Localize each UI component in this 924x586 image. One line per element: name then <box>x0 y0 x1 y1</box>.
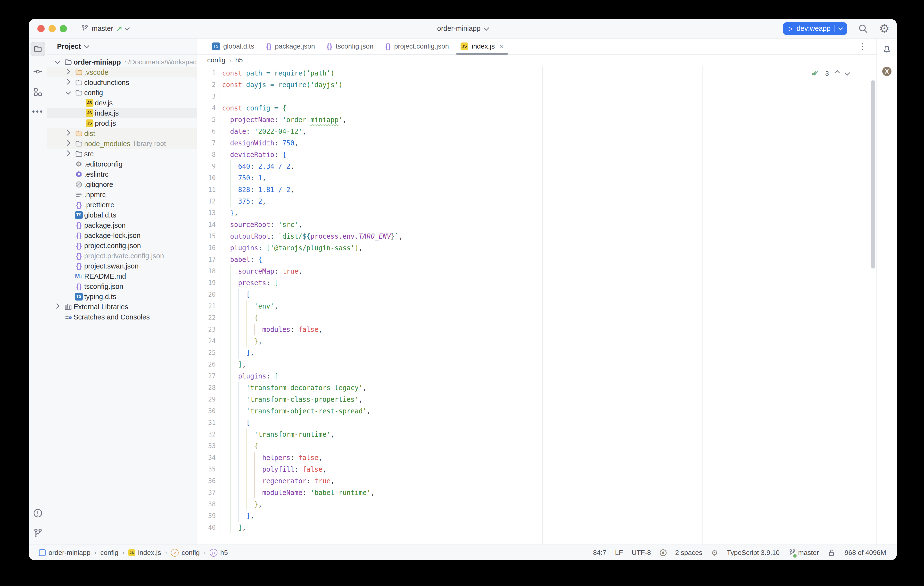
line-number[interactable]: 18 <box>197 265 220 277</box>
line-number[interactable]: 27 <box>197 370 220 382</box>
line-number[interactable]: 10 <box>197 172 220 184</box>
tree-expander[interactable] <box>63 81 74 84</box>
status-breadcrumb-config[interactable]: config <box>100 549 119 557</box>
close-window-button[interactable] <box>37 25 45 32</box>
code-line-24[interactable]: 24 }, <box>197 335 876 347</box>
editor-tab-package.json[interactable]: {}package.json <box>260 39 321 54</box>
tree-item-global.d.ts[interactable]: TSglobal.d.ts <box>47 210 196 220</box>
window-title[interactable]: order-miniapp <box>437 25 488 33</box>
commit-tool-button[interactable] <box>33 66 43 77</box>
code-line-18[interactable]: 18 sourceMap: true, <box>197 265 876 277</box>
tree-item-project.config.json[interactable]: {}project.config.json <box>47 240 196 251</box>
line-number[interactable]: 16 <box>197 242 220 254</box>
code-line-7[interactable]: 7 designWidth: 750, <box>197 137 876 149</box>
line-number[interactable]: 8 <box>197 149 220 161</box>
code-line-25[interactable]: 25 ], <box>197 347 876 359</box>
code-line-22[interactable]: 22 { <box>197 312 876 324</box>
highlighting-level-icon[interactable] <box>660 550 667 556</box>
line-number[interactable]: 39 <box>197 510 220 521</box>
code-line-36[interactable]: 36 regenerator: true, <box>197 475 876 487</box>
tree-item-project.swan.json[interactable]: {}project.swan.json <box>47 261 196 271</box>
code-line-31[interactable]: 31 [ <box>197 417 876 429</box>
tree-item-typing.d.ts[interactable]: TStyping.d.ts <box>47 291 196 302</box>
code-line-29[interactable]: 29 'transform-class-properties', <box>197 394 876 405</box>
tree-item-.vscode[interactable]: .vscode <box>47 67 196 78</box>
code-line-27[interactable]: 27 plugins: [ <box>197 370 876 382</box>
line-number[interactable]: 2 <box>197 79 220 91</box>
next-problem-button[interactable] <box>845 70 850 76</box>
code-line-28[interactable]: 28 'transform-decorators-legacy', <box>197 382 876 394</box>
line-number[interactable]: 31 <box>197 417 220 429</box>
unlocked-icon[interactable] <box>828 549 836 557</box>
tree-item-Scratches and Consoles[interactable]: Scratches and Consoles <box>47 312 196 322</box>
tree-item-.editorconfig[interactable]: ⚙.editorconfig <box>47 159 196 169</box>
project-tool-button[interactable] <box>31 42 45 56</box>
tree-expander[interactable] <box>63 153 74 155</box>
code-line-39[interactable]: 39 ], <box>197 510 876 521</box>
tree-expander[interactable] <box>63 91 74 94</box>
plugin-x-button[interactable]: X <box>882 67 891 76</box>
code-line-26[interactable]: 26 ], <box>197 359 876 370</box>
search-icon[interactable] <box>858 23 868 34</box>
editor-tab-index.js[interactable]: JSindex.js× <box>455 39 509 54</box>
code-line-3[interactable]: 3 <box>197 91 876 102</box>
code-line-11[interactable]: 11 828: 1.81 / 2, <box>197 184 876 195</box>
editor-tab-project.config.json[interactable]: {}project.config.json <box>379 39 455 54</box>
line-number[interactable]: 19 <box>197 277 220 289</box>
status-breadcrumb-h5[interactable]: ph5 <box>210 549 228 557</box>
line-number[interactable]: 9 <box>197 161 220 172</box>
close-tab-icon[interactable]: × <box>499 42 503 50</box>
structure-tool-button[interactable] <box>33 87 43 97</box>
line-number[interactable]: 14 <box>197 219 220 230</box>
line-number[interactable]: 13 <box>197 207 220 219</box>
tree-item-index.js[interactable]: JSindex.js <box>47 108 196 118</box>
tree-item-cloudfunctions[interactable]: cloudfunctions <box>47 78 196 88</box>
line-number[interactable]: 25 <box>197 347 220 359</box>
status-breadcrumb-index.js[interactable]: JSindex.js <box>129 549 161 557</box>
tree-item-README.md[interactable]: M↓README.md <box>47 271 196 281</box>
line-number[interactable]: 6 <box>197 126 220 137</box>
code-line-23[interactable]: 23 modules: false, <box>197 324 876 335</box>
tree-item-tsconfig.json[interactable]: {}tsconfig.json <box>47 281 196 291</box>
tree-expander[interactable] <box>63 142 74 145</box>
line-number[interactable]: 12 <box>197 195 220 207</box>
line-number[interactable]: 20 <box>197 289 220 300</box>
line-number[interactable]: 40 <box>197 521 220 533</box>
code-line-37[interactable]: 37 moduleName: 'babel-runtime', <box>197 487 876 498</box>
tree-item-package.json[interactable]: {}package.json <box>47 220 196 230</box>
line-number[interactable]: 32 <box>197 429 220 440</box>
run-configuration-button[interactable]: ▷ dev:weapp <box>783 22 847 35</box>
status-item-LF[interactable]: LF <box>615 549 623 557</box>
status-item-TypeScript-3.9.10[interactable]: TypeScript 3.9.10 <box>727 549 780 557</box>
git-tool-button[interactable] <box>33 528 43 538</box>
code-line-1[interactable]: 1const path = require('path') <box>197 67 876 79</box>
status-item-2-spaces[interactable]: 2 spaces <box>675 549 703 557</box>
git-branch-widget[interactable]: master ↗ <box>81 24 129 33</box>
project-panel-header[interactable]: Project <box>47 39 196 55</box>
tree-item-.gitignore[interactable]: .gitignore <box>47 179 196 190</box>
line-number[interactable]: 28 <box>197 382 220 394</box>
code-line-34[interactable]: 34 helpers: false, <box>197 452 876 464</box>
code-line-38[interactable]: 38 }, <box>197 498 876 510</box>
line-number[interactable]: 21 <box>197 300 220 312</box>
line-number[interactable]: 30 <box>197 405 220 417</box>
minimize-window-button[interactable] <box>48 25 56 32</box>
line-number[interactable]: 15 <box>197 230 220 242</box>
maximize-window-button[interactable] <box>60 25 67 32</box>
line-number[interactable]: 23 <box>197 324 220 335</box>
line-number[interactable]: 36 <box>197 475 220 487</box>
line-number[interactable]: 24 <box>197 335 220 347</box>
settings-gear-icon[interactable]: ⚙ <box>879 23 889 35</box>
line-number[interactable]: 5 <box>197 114 220 126</box>
code-line-14[interactable]: 14 sourceRoot: 'src', <box>197 219 876 230</box>
editor-breadcrumb-h5[interactable]: h5 <box>235 56 243 64</box>
tree-item-External Libraries[interactable]: External Libraries <box>47 302 196 312</box>
indent-settings-icon[interactable]: ⚙ <box>711 549 718 557</box>
line-number[interactable]: 37 <box>197 487 220 498</box>
tree-expander[interactable] <box>52 306 63 308</box>
code-line-20[interactable]: 20 [ <box>197 289 876 300</box>
code-line-13[interactable]: 13 }, <box>197 207 876 219</box>
tree-item-.eslintrc[interactable]: .eslintrc <box>47 169 196 179</box>
line-number[interactable]: 7 <box>197 137 220 149</box>
line-number[interactable]: 35 <box>197 464 220 475</box>
